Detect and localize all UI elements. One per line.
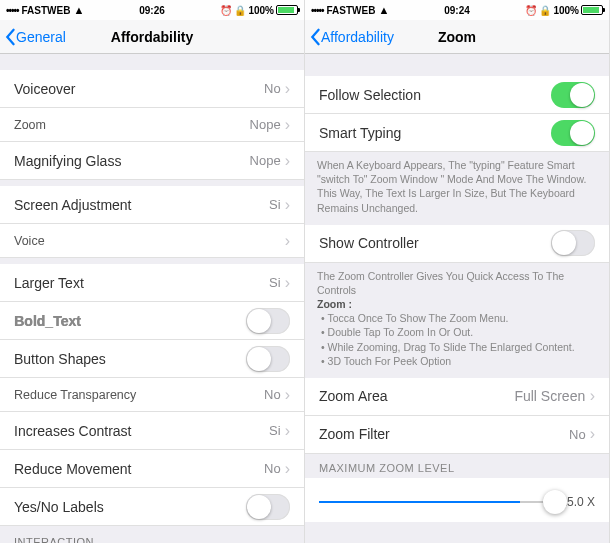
back-button[interactable]: Affordability	[305, 28, 394, 46]
signal-icon: •••••	[6, 5, 19, 16]
left-screenshot: ••••• FASTWEB ▲ 09:26 ⏰🔒100% General Aff…	[0, 0, 305, 543]
slider-thumb[interactable]	[543, 490, 567, 514]
wifi-icon: ▲	[378, 4, 389, 16]
max-zoom-slider[interactable]: 15.0 X	[319, 488, 595, 516]
chevron-right-icon: ›	[585, 388, 595, 404]
row-follow-selection[interactable]: Follow Selection	[305, 76, 609, 114]
chevron-left-icon	[309, 28, 321, 46]
row-button-shapes[interactable]: Button Shapes	[0, 340, 304, 378]
chevron-right-icon: ›	[285, 461, 290, 477]
controller-description: The Zoom Controller Gives You Quick Acce…	[305, 263, 609, 378]
row-yes-no-labels[interactable]: Yes/No Labels	[0, 488, 304, 526]
clock: 09:24	[408, 5, 505, 16]
chevron-right-icon: ›	[285, 275, 290, 291]
row-voice[interactable]: Voice›	[0, 224, 304, 258]
page-title: Affordability	[111, 29, 193, 45]
carrier: FASTWEB	[327, 5, 376, 16]
yes-no-labels-toggle[interactable]	[246, 494, 290, 520]
row-larger-text[interactable]: Larger TextSi›	[0, 264, 304, 302]
back-label: Affordability	[321, 29, 394, 45]
navbar: General Affordability	[0, 20, 304, 54]
rotation-lock-icon: 🔒	[234, 5, 246, 16]
show-controller-toggle[interactable]	[551, 230, 595, 256]
follow-selection-toggle[interactable]	[551, 82, 595, 108]
button-shapes-toggle[interactable]	[246, 346, 290, 372]
status-bar: ••••• FASTWEB ▲ 09:24 ⏰🔒100%	[305, 0, 609, 20]
chevron-right-icon: ›	[285, 81, 290, 97]
wifi-icon: ▲	[73, 4, 84, 16]
chevron-right-icon: ›	[285, 423, 290, 439]
battery-icon	[276, 5, 298, 15]
smart-typing-description: When A Keyboard Appears, The "typing" Fe…	[305, 152, 609, 225]
row-bold-text[interactable]: Bold_Text	[0, 302, 304, 340]
alarm-icon: ⏰	[525, 5, 537, 16]
battery-pct: 100%	[248, 5, 274, 16]
row-magnifying-glass[interactable]: Magnifying GlassNope›	[0, 142, 304, 180]
clock: 09:26	[103, 5, 200, 16]
navbar: Affordability Zoom	[305, 20, 609, 54]
row-increases-contrast[interactable]: Increases ContrastSi›	[0, 412, 304, 450]
chevron-right-icon: ›	[285, 117, 290, 133]
row-zoom-filter[interactable]: Zoom FilterNo›	[305, 416, 609, 454]
chevron-right-icon: ›	[590, 426, 595, 442]
section-interaction: INTERACTION	[0, 526, 304, 543]
bold-text-toggle[interactable]	[246, 308, 290, 334]
page-title: Zoom	[438, 29, 476, 45]
smart-typing-toggle[interactable]	[551, 120, 595, 146]
chevron-right-icon: ›	[285, 197, 290, 213]
chevron-right-icon: ›	[285, 233, 290, 249]
rotation-lock-icon: 🔒	[539, 5, 551, 16]
row-show-controller[interactable]: Show Controller	[305, 225, 609, 263]
battery-icon	[581, 5, 603, 15]
carrier: FASTWEB	[22, 5, 71, 16]
chevron-left-icon	[4, 28, 16, 46]
chevron-right-icon: ›	[285, 153, 290, 169]
max-zoom-slider-row: 15.0 X	[305, 478, 609, 522]
row-screen-adjustment[interactable]: Screen AdjustmentSi›	[0, 186, 304, 224]
row-zoom[interactable]: ZoomNope›	[0, 108, 304, 142]
back-label: General	[16, 29, 66, 45]
status-bar: ••••• FASTWEB ▲ 09:26 ⏰🔒100%	[0, 0, 304, 20]
alarm-icon: ⏰	[220, 5, 232, 16]
row-reduce-movement[interactable]: Reduce MovementNo›	[0, 450, 304, 488]
battery-pct: 100%	[553, 5, 579, 16]
row-reduce-transparency[interactable]: Reduce TransparencyNo›	[0, 378, 304, 412]
right-screenshot: ••••• FASTWEB ▲ 09:24 ⏰🔒100% Affordabili…	[305, 0, 610, 543]
row-voiceover[interactable]: VoiceoverNo›	[0, 70, 304, 108]
chevron-right-icon: ›	[285, 387, 290, 403]
signal-icon: •••••	[311, 5, 324, 16]
row-zoom-area[interactable]: Zoom AreaFull Screen ›	[305, 378, 609, 416]
back-button[interactable]: General	[0, 28, 66, 46]
row-smart-typing[interactable]: Smart Typing	[305, 114, 609, 152]
max-zoom-header: MAXIMUM ZOOM LEVEL	[305, 454, 609, 478]
